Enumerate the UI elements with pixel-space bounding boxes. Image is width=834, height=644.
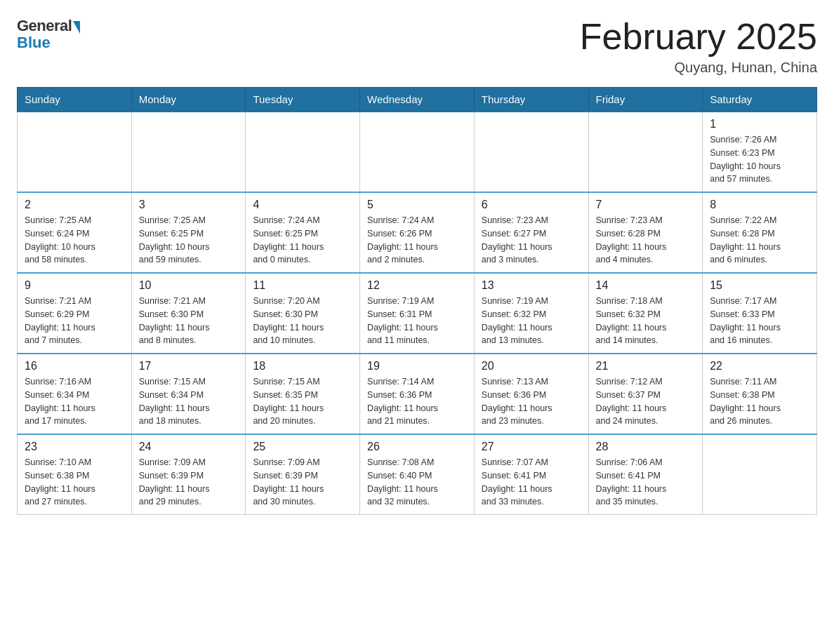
weekday-header-saturday: Saturday [703,88,817,112]
day-number: 28 [596,441,696,453]
day-info: Sunrise: 7:07 AM Sunset: 6:41 PM Dayligh… [482,456,581,509]
day-number: 3 [139,199,239,211]
calendar-cell: 5Sunrise: 7:24 AM Sunset: 6:26 PM Daylig… [360,192,475,273]
day-number: 10 [139,279,239,292]
calendar-week-4: 16Sunrise: 7:16 AM Sunset: 6:34 PM Dayli… [18,354,817,434]
calendar-header: SundayMondayTuesdayWednesdayThursdayFrid… [18,88,817,112]
day-info: Sunrise: 7:08 AM Sunset: 6:40 PM Dayligh… [367,456,467,509]
weekday-header-monday: Monday [131,88,246,112]
day-info: Sunrise: 7:09 AM Sunset: 6:39 PM Dayligh… [253,456,352,509]
day-info: Sunrise: 7:09 AM Sunset: 6:39 PM Dayligh… [139,456,239,509]
day-number: 24 [139,441,239,453]
weekday-header-tuesday: Tuesday [246,88,360,112]
day-number: 26 [367,441,467,453]
day-number: 7 [596,199,696,211]
weekday-header-wednesday: Wednesday [360,88,475,112]
calendar-week-5: 23Sunrise: 7:10 AM Sunset: 6:38 PM Dayli… [18,434,817,515]
logo: General Blue [17,17,80,52]
title-block: February 2025 Quyang, Hunan, China [580,17,817,76]
calendar-cell: 26Sunrise: 7:08 AM Sunset: 6:40 PM Dayli… [360,434,475,515]
day-info: Sunrise: 7:19 AM Sunset: 6:31 PM Dayligh… [367,295,467,347]
calendar-cell: 20Sunrise: 7:13 AM Sunset: 6:36 PM Dayli… [474,354,588,434]
calendar-cell: 16Sunrise: 7:16 AM Sunset: 6:34 PM Dayli… [18,354,132,434]
calendar-cell [18,112,132,192]
calendar-cell: 7Sunrise: 7:23 AM Sunset: 6:28 PM Daylig… [588,192,703,273]
day-info: Sunrise: 7:26 AM Sunset: 6:23 PM Dayligh… [710,133,809,186]
calendar-week-2: 2Sunrise: 7:25 AM Sunset: 6:24 PM Daylig… [18,192,817,273]
day-number: 11 [253,279,352,292]
day-info: Sunrise: 7:23 AM Sunset: 6:28 PM Dayligh… [596,214,696,267]
day-number: 6 [482,199,581,211]
calendar-week-3: 9Sunrise: 7:21 AM Sunset: 6:29 PM Daylig… [18,273,817,354]
day-number: 21 [596,360,696,373]
weekday-header-row: SundayMondayTuesdayWednesdayThursdayFrid… [18,88,817,112]
calendar-cell [360,112,475,192]
day-info: Sunrise: 7:15 AM Sunset: 6:35 PM Dayligh… [253,375,352,428]
month-title: February 2025 [580,17,817,57]
day-info: Sunrise: 7:16 AM Sunset: 6:34 PM Dayligh… [25,375,124,428]
day-number: 8 [710,199,809,211]
calendar-cell [588,112,703,192]
calendar-cell: 1Sunrise: 7:26 AM Sunset: 6:23 PM Daylig… [703,112,817,192]
day-number: 1 [710,118,809,130]
day-number: 23 [25,441,124,453]
page-header: General Blue February 2025 Quyang, Hunan… [17,17,817,76]
day-info: Sunrise: 7:21 AM Sunset: 6:29 PM Dayligh… [25,295,124,347]
calendar-cell: 13Sunrise: 7:19 AM Sunset: 6:32 PM Dayli… [474,273,588,354]
day-number: 19 [367,360,467,373]
day-info: Sunrise: 7:19 AM Sunset: 6:32 PM Dayligh… [482,295,581,347]
day-info: Sunrise: 7:15 AM Sunset: 6:34 PM Dayligh… [139,375,239,428]
day-info: Sunrise: 7:17 AM Sunset: 6:33 PM Dayligh… [710,295,809,347]
day-number: 12 [367,279,467,292]
calendar-cell: 27Sunrise: 7:07 AM Sunset: 6:41 PM Dayli… [474,434,588,515]
day-number: 22 [710,360,809,373]
calendar-cell: 6Sunrise: 7:23 AM Sunset: 6:27 PM Daylig… [474,192,588,273]
calendar-week-1: 1Sunrise: 7:26 AM Sunset: 6:23 PM Daylig… [18,112,817,192]
calendar-table: SundayMondayTuesdayWednesdayThursdayFrid… [17,87,817,515]
day-info: Sunrise: 7:18 AM Sunset: 6:32 PM Dayligh… [596,295,696,347]
day-number: 2 [25,199,124,211]
calendar-cell: 9Sunrise: 7:21 AM Sunset: 6:29 PM Daylig… [18,273,132,354]
calendar-cell: 24Sunrise: 7:09 AM Sunset: 6:39 PM Dayli… [131,434,246,515]
day-info: Sunrise: 7:06 AM Sunset: 6:41 PM Dayligh… [596,456,696,509]
location-text: Quyang, Hunan, China [580,60,817,76]
day-info: Sunrise: 7:25 AM Sunset: 6:25 PM Dayligh… [139,214,239,267]
day-info: Sunrise: 7:24 AM Sunset: 6:25 PM Dayligh… [253,214,352,267]
calendar-cell: 12Sunrise: 7:19 AM Sunset: 6:31 PM Dayli… [360,273,475,354]
calendar-cell: 21Sunrise: 7:12 AM Sunset: 6:37 PM Dayli… [588,354,703,434]
logo-blue-text: Blue [17,34,51,52]
calendar-cell: 15Sunrise: 7:17 AM Sunset: 6:33 PM Dayli… [703,273,817,354]
day-info: Sunrise: 7:21 AM Sunset: 6:30 PM Dayligh… [139,295,239,347]
day-number: 25 [253,441,352,453]
calendar-cell [703,434,817,515]
day-info: Sunrise: 7:23 AM Sunset: 6:27 PM Dayligh… [482,214,581,267]
calendar-cell: 18Sunrise: 7:15 AM Sunset: 6:35 PM Dayli… [246,354,360,434]
calendar-cell: 2Sunrise: 7:25 AM Sunset: 6:24 PM Daylig… [18,192,132,273]
calendar-cell: 28Sunrise: 7:06 AM Sunset: 6:41 PM Dayli… [588,434,703,515]
calendar-cell: 4Sunrise: 7:24 AM Sunset: 6:25 PM Daylig… [246,192,360,273]
day-info: Sunrise: 7:12 AM Sunset: 6:37 PM Dayligh… [596,375,696,428]
calendar-cell: 17Sunrise: 7:15 AM Sunset: 6:34 PM Dayli… [131,354,246,434]
calendar-cell: 22Sunrise: 7:11 AM Sunset: 6:38 PM Dayli… [703,354,817,434]
calendar-cell: 3Sunrise: 7:25 AM Sunset: 6:25 PM Daylig… [131,192,246,273]
weekday-header-thursday: Thursday [474,88,588,112]
day-number: 5 [367,199,467,211]
day-number: 13 [482,279,581,292]
calendar-body: 1Sunrise: 7:26 AM Sunset: 6:23 PM Daylig… [18,112,817,515]
day-number: 18 [253,360,352,373]
day-info: Sunrise: 7:10 AM Sunset: 6:38 PM Dayligh… [25,456,124,509]
day-number: 14 [596,279,696,292]
day-number: 17 [139,360,239,373]
calendar-cell: 25Sunrise: 7:09 AM Sunset: 6:39 PM Dayli… [246,434,360,515]
day-info: Sunrise: 7:24 AM Sunset: 6:26 PM Dayligh… [367,214,467,267]
calendar-cell [474,112,588,192]
day-info: Sunrise: 7:11 AM Sunset: 6:38 PM Dayligh… [710,375,809,428]
day-number: 27 [482,441,581,453]
logo-general-text: General [17,17,72,35]
calendar-cell [131,112,246,192]
day-number: 15 [710,279,809,292]
calendar-cell: 8Sunrise: 7:22 AM Sunset: 6:28 PM Daylig… [703,192,817,273]
day-number: 9 [25,279,124,292]
day-info: Sunrise: 7:22 AM Sunset: 6:28 PM Dayligh… [710,214,809,267]
day-number: 16 [25,360,124,373]
